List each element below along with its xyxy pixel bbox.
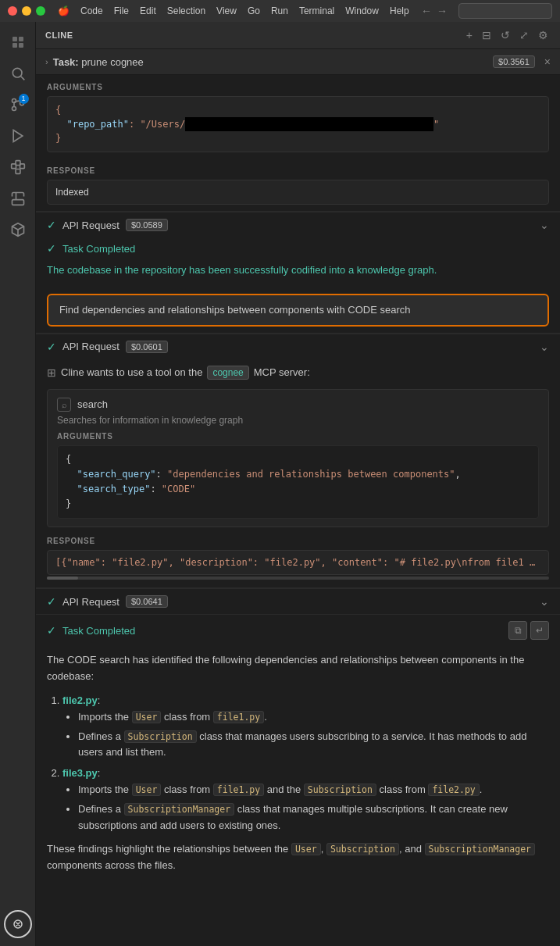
- history-list-icon[interactable]: ⊟: [480, 27, 494, 43]
- results-intro: The CODE search has identified the follo…: [47, 652, 549, 685]
- inline-code: Subscription: [326, 843, 399, 855]
- app-layout: 1 CLINE + ⊟ ↺ ⤢ ⚙: [0, 22, 560, 946]
- activity-search-icon[interactable]: [4, 59, 32, 87]
- check-icon-1: ✓: [47, 219, 56, 231]
- search-tool-description: Searches for information in knowledge gr…: [57, 415, 539, 426]
- task-action-buttons: ⧉ ↵: [508, 621, 549, 640]
- menu-edit[interactable]: Edit: [140, 5, 156, 16]
- activity-extensions-icon[interactable]: [4, 153, 32, 181]
- add-task-icon[interactable]: +: [464, 27, 475, 43]
- filename-file3: file3.py: [62, 767, 98, 779]
- panel-title: CLINE: [45, 30, 458, 40]
- minimize-button[interactable]: [22, 6, 31, 16]
- maximize-button[interactable]: [36, 6, 45, 16]
- source-control-badge: 1: [19, 94, 29, 104]
- mcp-server-name: cognee: [207, 366, 248, 380]
- results-conclusion: These findings highlight the relationshi…: [47, 841, 549, 874]
- arguments-code: { "repo_path": "/Users/█████████████████…: [47, 96, 549, 152]
- response-scrollbar[interactable]: [47, 577, 549, 580]
- menu-go[interactable]: Go: [248, 5, 260, 16]
- activity-test-icon[interactable]: [4, 184, 32, 212]
- search-tool-icon: ⌕: [57, 398, 71, 412]
- inline-code: file1.py: [213, 784, 264, 796]
- panel-actions: + ⊟ ↺ ⤢ ⚙: [464, 27, 551, 43]
- close-button[interactable]: [8, 6, 17, 16]
- inline-code: User: [132, 784, 162, 796]
- response-value-1: Indexed: [47, 180, 549, 205]
- list-item: Imports the User class from file1.py and…: [78, 782, 549, 798]
- settings-icon[interactable]: ⚙: [536, 27, 551, 43]
- check-icon-2: ✓: [47, 341, 56, 353]
- response-scroll-thumb: [47, 577, 78, 580]
- inline-code: file1.py: [213, 711, 264, 723]
- inline-code: Subscription: [304, 784, 376, 796]
- search-args-label: ARGUMENTS: [57, 432, 539, 441]
- task-completed-label-2: Task Completed: [62, 625, 135, 637]
- open-external-icon[interactable]: ⤢: [517, 27, 531, 43]
- query-box: Find dependencies and relationships betw…: [47, 294, 549, 327]
- forward-arrow-icon[interactable]: →: [437, 5, 448, 17]
- activity-source-control-icon[interactable]: 1: [4, 91, 32, 119]
- reply-button[interactable]: ↵: [530, 621, 549, 640]
- list-item-file2: file2.py: Imports the User class from fi…: [62, 693, 549, 761]
- api-request-label-3: API Request: [62, 596, 119, 608]
- task-cost-badge: $0.3561: [493, 55, 535, 68]
- api-request-bar-1: ✓ API Request $0.0589 ⌄: [36, 212, 560, 237]
- copy-button[interactable]: ⧉: [508, 621, 527, 640]
- svg-line-5: [20, 77, 24, 80]
- menu-terminal[interactable]: Terminal: [299, 5, 334, 16]
- inline-code: User: [132, 711, 162, 723]
- activity-package-icon[interactable]: [4, 216, 32, 244]
- task-close-button[interactable]: ×: [544, 55, 551, 68]
- file2-bullets: Imports the User class from file1.py. De…: [62, 709, 549, 761]
- task-completed-bar-2: ✓ Task Completed ⧉ ↵: [36, 614, 560, 646]
- window-controls[interactable]: [8, 6, 45, 16]
- response-label-2: RESPONSE: [47, 537, 549, 545]
- menu-window[interactable]: Window: [345, 5, 379, 16]
- list-item: Imports the User class from file1.py.: [78, 709, 549, 726]
- api-cost-badge-3: $0.0641: [126, 595, 168, 608]
- expand-icon-3[interactable]: ⌄: [540, 595, 549, 608]
- menu-view[interactable]: View: [216, 5, 237, 16]
- menu-code[interactable]: Code: [80, 5, 103, 16]
- task-chevron-icon[interactable]: ›: [45, 57, 48, 66]
- tool-icon: ⊞: [47, 366, 56, 379]
- copy-icon: ⧉: [515, 625, 522, 636]
- activity-cline-icon[interactable]: [4, 910, 32, 938]
- list-item: Defines a SubscriptionManager class that…: [78, 801, 549, 834]
- menu-file[interactable]: File: [114, 5, 129, 16]
- api-request-label-2: API Request: [62, 341, 119, 352]
- arguments-label: ARGUMENTS: [47, 83, 549, 91]
- restore-icon[interactable]: ↺: [498, 27, 512, 43]
- nav-arrows: ← →: [421, 3, 552, 19]
- expand-icon-2[interactable]: ⌄: [540, 341, 549, 353]
- activity-run-debug-icon[interactable]: [4, 122, 32, 150]
- response-label-1: RESPONSE: [47, 166, 549, 175]
- task-message-1: The codebase in the repository has been …: [36, 259, 560, 287]
- main-content: CLINE + ⊟ ↺ ⤢ ⚙ › Task: prune cognee $0.…: [36, 22, 560, 946]
- inline-code: file2.py: [428, 784, 479, 796]
- api-request-bar-2: ✓ API Request $0.0601 ⌄: [36, 334, 560, 359]
- expand-icon-1[interactable]: ⌄: [540, 219, 549, 231]
- response-section-2: RESPONSE [{"name": "file2.py", "descript…: [36, 530, 560, 587]
- filename-file2: file2.py: [62, 694, 98, 706]
- api-request-bar-3: ✓ API Request $0.0641 ⌄: [36, 588, 560, 614]
- svg-marker-9: [13, 130, 23, 142]
- menu-run[interactable]: Run: [271, 5, 288, 16]
- menu-apple[interactable]: 🍎: [58, 5, 70, 16]
- task-completed-bar-1: ✓ Task Completed: [36, 237, 560, 259]
- search-tool-name: search: [77, 398, 108, 410]
- task-name: prune cognee: [81, 56, 144, 68]
- activity-explorer-icon[interactable]: [4, 28, 32, 56]
- list-item-file3: file3.py: Imports the User class from fi…: [62, 766, 549, 834]
- inline-code: User: [291, 843, 321, 855]
- inline-code: SubscriptionManager: [124, 803, 235, 816]
- response-section-1: RESPONSE Indexed: [36, 160, 560, 211]
- arguments-section: ARGUMENTS { "repo_path": "/Users/███████…: [36, 75, 560, 160]
- global-search-bar[interactable]: [458, 3, 552, 19]
- svg-line-14: [12, 227, 18, 230]
- menu-help[interactable]: Help: [390, 5, 409, 16]
- panel-header: CLINE + ⊟ ↺ ⤢ ⚙: [36, 22, 560, 49]
- back-arrow-icon[interactable]: ←: [421, 5, 432, 17]
- menu-selection[interactable]: Selection: [167, 5, 205, 16]
